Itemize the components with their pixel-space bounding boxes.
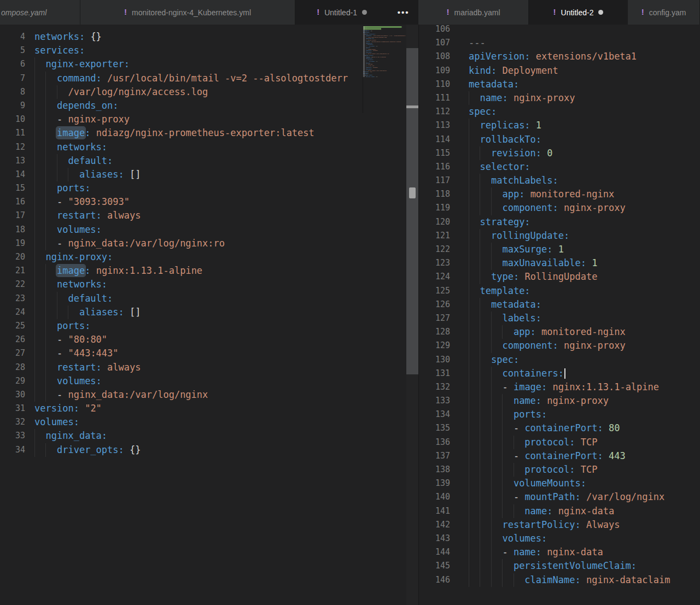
code-line[interactable]: name: nginx-proxy bbox=[469, 91, 700, 105]
code-line[interactable]: revision: 0 bbox=[469, 146, 700, 160]
line-number[interactable]: 106 bbox=[419, 25, 450, 36]
line-number[interactable]: 16 bbox=[0, 195, 25, 209]
line-number[interactable]: 130 bbox=[419, 353, 450, 367]
line-number[interactable]: 129 bbox=[419, 339, 450, 353]
code-line[interactable]: spec: bbox=[469, 353, 700, 367]
code-line[interactable] bbox=[469, 25, 700, 36]
tab-ompose-yaml[interactable]: ompose.yaml bbox=[0, 0, 80, 25]
code-line[interactable]: driver_opts: {} bbox=[34, 443, 363, 457]
code-line[interactable]: --- bbox=[469, 36, 700, 50]
line-number[interactable]: 21 bbox=[0, 264, 25, 278]
line-number[interactable]: 131 bbox=[419, 367, 450, 380]
line-number[interactable]: 32 bbox=[0, 415, 25, 429]
line-number[interactable]: 112 bbox=[419, 105, 450, 119]
dirty-indicator[interactable] bbox=[598, 10, 603, 15]
line-number[interactable]: 135 bbox=[419, 421, 450, 435]
line-number[interactable]: 118 bbox=[419, 187, 450, 201]
code-line[interactable]: nginx-proxy: bbox=[34, 250, 363, 264]
code-line[interactable]: ports: bbox=[469, 408, 700, 421]
line-number[interactable]: 12 bbox=[0, 140, 25, 154]
line-number[interactable]: 123 bbox=[419, 256, 450, 270]
line-number[interactable]: 116 bbox=[419, 160, 450, 174]
line-number[interactable]: 128 bbox=[419, 325, 450, 339]
line-number[interactable]: 143 bbox=[419, 532, 450, 545]
line-number[interactable]: 10 bbox=[0, 113, 25, 126]
line-number[interactable]: 141 bbox=[419, 504, 450, 518]
dirty-indicator[interactable] bbox=[362, 10, 367, 15]
tab-config-yam[interactable]: !config.yam bbox=[628, 0, 700, 25]
line-number[interactable]: 124 bbox=[419, 270, 450, 284]
code-line[interactable]: aliases: [] bbox=[34, 168, 363, 181]
line-number[interactable]: 4 bbox=[0, 30, 25, 44]
line-number[interactable]: 117 bbox=[419, 174, 450, 187]
line-number[interactable]: 6 bbox=[0, 57, 25, 71]
line-number[interactable]: 8 bbox=[0, 85, 25, 99]
code-line[interactable]: - image: nginx:1.13.1-alpine bbox=[469, 380, 700, 394]
line-number[interactable]: 122 bbox=[419, 243, 450, 256]
code-line[interactable]: containers: bbox=[469, 367, 700, 380]
line-number[interactable]: 144 bbox=[419, 545, 450, 559]
code-line[interactable]: app: monitored-nginx bbox=[469, 325, 700, 339]
code-line[interactable]: - "3093:3093" bbox=[34, 195, 363, 209]
line-number[interactable]: 22 bbox=[0, 278, 25, 291]
line-number[interactable]: 140 bbox=[419, 490, 450, 504]
line-number[interactable]: 33 bbox=[0, 429, 25, 443]
code-line[interactable]: volumes: bbox=[34, 223, 363, 237]
code-line[interactable]: labels: bbox=[469, 312, 700, 325]
editor-right[interactable]: 106107---108apiVersion: extensions/v1bet… bbox=[418, 25, 700, 605]
code-line[interactable]: maxSurge: 1 bbox=[469, 243, 700, 256]
code-line[interactable]: persistentVolumeClaim: bbox=[469, 559, 700, 573]
line-number[interactable]: 15 bbox=[0, 181, 25, 195]
code-line[interactable]: name: nginx-data bbox=[469, 504, 700, 518]
code-line[interactable]: image: ndiazg/nginx-prometheus-exporter:… bbox=[34, 126, 363, 140]
code-line[interactable]: rollingUpdate: bbox=[469, 229, 700, 243]
code-line[interactable]: replicas: 1 bbox=[469, 119, 700, 132]
line-number[interactable]: 114 bbox=[419, 133, 450, 146]
code-line[interactable]: strategy: bbox=[469, 215, 700, 229]
line-number[interactable]: 133 bbox=[419, 394, 450, 408]
line-number[interactable]: 26 bbox=[0, 333, 25, 346]
line-number[interactable]: 11 bbox=[0, 126, 25, 140]
tab-untitled-2[interactable]: !Untitled-2 bbox=[529, 0, 628, 25]
code-line[interactable]: volumes: bbox=[34, 415, 363, 429]
line-number[interactable]: 18 bbox=[0, 223, 25, 237]
code-line[interactable]: restart: always bbox=[34, 361, 363, 374]
code-line[interactable]: - nginx_data:/var/log/nginx:ro bbox=[34, 237, 363, 250]
code-line[interactable]: protocol: TCP bbox=[469, 436, 700, 449]
line-number[interactable]: 121 bbox=[419, 229, 450, 243]
code-line[interactable]: volumes: bbox=[34, 374, 363, 388]
line-number[interactable]: 134 bbox=[419, 408, 450, 421]
line-number[interactable]: 27 bbox=[0, 346, 25, 360]
code-line[interactable]: nginx-exporter: bbox=[34, 57, 363, 71]
code-line[interactable]: maxUnavailable: 1 bbox=[469, 256, 700, 270]
line-number[interactable]: 138 bbox=[419, 463, 450, 477]
code-line[interactable]: restart: always bbox=[34, 209, 363, 222]
code-line[interactable]: networks: bbox=[34, 140, 363, 154]
code-line[interactable]: component: nginx-proxy bbox=[469, 339, 700, 353]
minimap[interactable]: networks: {}services: nginx-exporter: co… bbox=[363, 26, 407, 113]
line-number[interactable]: 108 bbox=[419, 50, 450, 63]
code-line[interactable]: spec: bbox=[469, 105, 700, 119]
line-number[interactable]: 5 bbox=[0, 44, 25, 57]
code-line[interactable]: /var/log/nginx/access.log bbox=[34, 85, 363, 99]
code-line[interactable]: aliases: [] bbox=[34, 306, 363, 319]
tab-mariadb-yaml[interactable]: !mariadb.yaml bbox=[418, 0, 529, 25]
code-line[interactable]: - "443:443" bbox=[34, 346, 363, 360]
line-number[interactable]: 110 bbox=[419, 78, 450, 91]
code-line[interactable]: command: /usr/local/bin/mtail -v=2 --als… bbox=[34, 72, 363, 85]
tab-monitored-nginx-4-kubernetes-yml[interactable]: !monitored-nginx-4_Kubernetes.yml bbox=[80, 0, 295, 25]
code-line[interactable]: volumeMounts: bbox=[469, 477, 700, 490]
line-number[interactable]: 24 bbox=[0, 306, 25, 319]
more-actions-button[interactable]: ••• bbox=[388, 0, 418, 25]
code-line[interactable]: component: nginx-proxy bbox=[469, 201, 700, 215]
line-number[interactable]: 7 bbox=[0, 72, 25, 85]
code-line[interactable]: ports: bbox=[34, 181, 363, 195]
code-line[interactable]: - nginx_data:/var/log/nginx bbox=[34, 388, 363, 402]
code-line[interactable]: type: RollingUpdate bbox=[469, 270, 700, 284]
code-line[interactable]: metadata: bbox=[469, 298, 700, 312]
line-number[interactable]: 17 bbox=[0, 209, 25, 222]
line-number[interactable]: 137 bbox=[419, 449, 450, 463]
code-line[interactable]: depends_on: bbox=[34, 99, 363, 113]
code-line[interactable]: template: bbox=[469, 284, 700, 298]
line-number[interactable]: 146 bbox=[419, 573, 450, 587]
